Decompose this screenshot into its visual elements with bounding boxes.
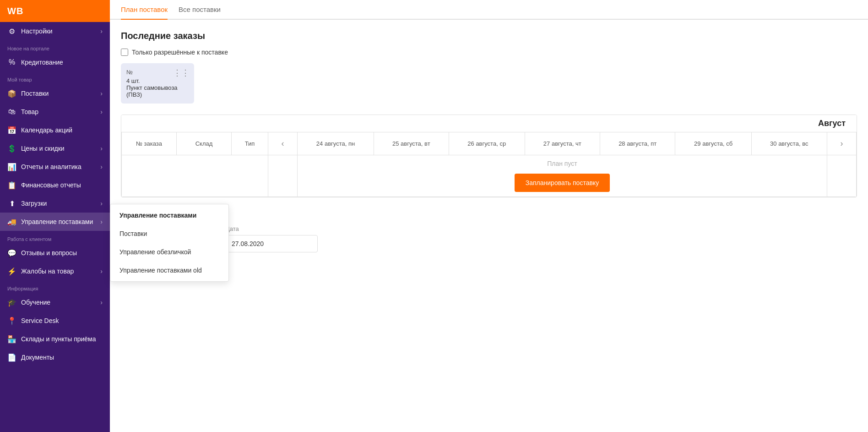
col-date-1: 25 августа, вт bbox=[374, 132, 449, 155]
settings-icon: ⚙ bbox=[7, 27, 16, 36]
sidebar-item-complaints[interactable]: ⚡ Жалобы на товар › bbox=[0, 262, 110, 280]
sidebar-item-goods[interactable]: 🛍 Товар › bbox=[0, 103, 110, 121]
plan-empty-message: План пуст bbox=[547, 160, 577, 167]
complaints-icon: ⚡ bbox=[7, 267, 16, 276]
date-input-label: Дата bbox=[226, 225, 318, 232]
col-date-3: 27 августа, чт bbox=[525, 132, 600, 155]
sidebar-item-label: Склады и пункты приёма bbox=[21, 335, 96, 343]
next-week-button[interactable]: › bbox=[836, 137, 846, 150]
sidebar-item-label: Финансовые отчеты bbox=[21, 181, 81, 189]
sidebar-item-financial[interactable]: 📋 Финансовые отчеты bbox=[0, 176, 110, 194]
order-card-menu-icon[interactable]: ⋮⋮ bbox=[173, 68, 190, 78]
uploads-icon: ⬆ bbox=[7, 199, 16, 208]
section-label-mygoods: Мой товар bbox=[0, 71, 110, 84]
sidebar-item-warehouses[interactable]: 🏪 Склады и пункты приёма bbox=[0, 330, 110, 348]
arrow-icon: › bbox=[100, 27, 103, 35]
sidebar-item-docs[interactable]: 📄 Документы bbox=[0, 348, 110, 366]
sidebar-item-reviews[interactable]: 💬 Отзывы и вопросы bbox=[0, 244, 110, 262]
section-label-new: Новое на портале bbox=[0, 40, 110, 53]
col-date-6: 30 августа, вс bbox=[751, 132, 827, 155]
sidebar-item-supplies[interactable]: 📦 Поставки › bbox=[0, 84, 110, 103]
sidebar-item-label: Отчеты и аналитика bbox=[21, 163, 81, 170]
prices-icon: 💲 bbox=[7, 144, 16, 153]
credit-icon: % bbox=[7, 58, 16, 67]
sidebar-item-label: Управление поставками bbox=[21, 218, 93, 225]
checkbox-row: Только разрешённые к поставке bbox=[121, 49, 857, 56]
col-date-5: 29 августа, сб bbox=[675, 132, 751, 155]
sidebar: WB ⚙ Настройки › Новое на портале % Кред… bbox=[0, 0, 110, 432]
order-card-qty: 4 шт. bbox=[126, 77, 189, 84]
sidebar-item-label: Календарь акций bbox=[21, 126, 72, 134]
sidebar-item-settings[interactable]: ⚙ Настройки › bbox=[0, 22, 110, 40]
supply-mgmt-dropdown: Управление поставками Поставки Управлени… bbox=[110, 204, 229, 282]
col-type: Тип bbox=[232, 132, 268, 155]
date-input[interactable] bbox=[226, 235, 318, 252]
training-icon: 🎓 bbox=[7, 298, 16, 307]
plan-empty-cell: План пуст Запланировать поставку bbox=[298, 155, 827, 197]
sidebar-item-prices[interactable]: 💲 Цены и скидки › bbox=[0, 139, 110, 158]
tabs-bar: План поставок Все поставки bbox=[110, 0, 868, 20]
sidebar-item-label: Загрузки bbox=[21, 200, 47, 207]
nav-next-cell bbox=[827, 155, 856, 197]
supplies-icon: 📦 bbox=[7, 89, 16, 98]
empty-cell bbox=[122, 155, 268, 197]
arrow-icon: › bbox=[100, 163, 103, 170]
financial-icon: 📋 bbox=[7, 180, 16, 190]
sidebar-item-label: Жалобы на товар bbox=[21, 268, 74, 275]
sidebar-item-servicedesk[interactable]: 📍 Service Desk bbox=[0, 312, 110, 330]
schedule-supply-button[interactable]: Запланировать поставку bbox=[515, 174, 610, 192]
sidebar-item-label: Поставки bbox=[21, 90, 49, 97]
calendar-icon: 📅 bbox=[7, 126, 16, 135]
sidebar-item-uploads[interactable]: ⬆ Загрузки › bbox=[0, 194, 110, 213]
nav-prev-cell bbox=[268, 155, 298, 197]
dropdown-item-supply-mgmt[interactable]: Управление поставками bbox=[110, 206, 228, 224]
reviews-icon: 💬 bbox=[7, 248, 16, 257]
reports-icon: 📊 bbox=[7, 162, 16, 171]
date-field-group: Дата bbox=[226, 225, 318, 252]
arrow-icon: › bbox=[100, 145, 103, 152]
dropdown-item-supplies[interactable]: Поставки bbox=[110, 224, 228, 243]
sidebar-item-label: Обучение bbox=[21, 299, 50, 306]
supply-mgmt-icon: 🚚 bbox=[7, 217, 16, 226]
logo-text: WB bbox=[7, 6, 23, 16]
dropdown-item-faceless[interactable]: Управление обезличкой bbox=[110, 243, 228, 261]
arrow-icon: › bbox=[100, 268, 103, 275]
arrow-icon: › bbox=[100, 108, 103, 115]
calendar-section: Август № заказа Склад Тип ‹ 24 августа, … bbox=[121, 115, 857, 197]
checkbox-label: Только разрешённые к поставке bbox=[132, 49, 228, 56]
order-card-type: Пункт самовывоза (ПВЗ) bbox=[126, 84, 189, 98]
sidebar-item-reports[interactable]: 📊 Отчеты и аналитика › bbox=[0, 158, 110, 176]
col-date-4: 28 августа, пт bbox=[600, 132, 675, 155]
col-date-2: 26 августа, ср bbox=[449, 132, 525, 155]
sidebar-item-promos[interactable]: 📅 Календарь акций bbox=[0, 121, 110, 139]
docs-icon: 📄 bbox=[7, 353, 16, 362]
calendar-table: № заказа Склад Тип ‹ 24 августа, пн 25 а… bbox=[121, 132, 857, 197]
arrow-icon: › bbox=[100, 299, 103, 306]
sidebar-item-supply-mgmt[interactable]: 🚚 Управление поставками › bbox=[0, 213, 110, 231]
col-order-num: № заказа bbox=[122, 132, 177, 155]
tab-plan[interactable]: План поставок bbox=[121, 0, 168, 20]
sidebar-item-label: Service Desk bbox=[21, 317, 59, 324]
calendar-month-header: Август bbox=[121, 115, 857, 132]
limit-section-title: Лимит по складам bbox=[121, 208, 857, 218]
dropdown-item-supply-mgmt-old[interactable]: Управление поставками old bbox=[110, 261, 228, 279]
calendar-month: Август bbox=[818, 119, 846, 128]
sidebar-item-label: Цены и скидки bbox=[21, 145, 65, 152]
sidebar-item-label: Документы bbox=[21, 354, 54, 361]
august-label: Август bbox=[121, 260, 857, 268]
empty-plan-row: План пуст Запланировать поставку bbox=[122, 155, 857, 197]
warehouses-icon: 🏪 bbox=[7, 334, 16, 344]
servicedesk-icon: 📍 bbox=[7, 316, 16, 325]
sidebar-item-label: Настройки bbox=[21, 27, 53, 35]
order-card: ⋮⋮ № 4 шт. Пункт самовывоза (ПВЗ) bbox=[121, 63, 194, 104]
sidebar-item-credit[interactable]: % Кредитование bbox=[0, 53, 110, 71]
sidebar-logo: WB bbox=[0, 0, 110, 22]
section-label-client: Работа с клиентом bbox=[0, 231, 110, 244]
tab-all[interactable]: Все поставки bbox=[179, 0, 221, 20]
section-label-info: Информация bbox=[0, 280, 110, 293]
only-allowed-checkbox[interactable] bbox=[121, 49, 128, 56]
nav-next-btn[interactable]: › bbox=[827, 132, 856, 155]
nav-prev-btn[interactable]: ‹ bbox=[268, 132, 298, 155]
prev-week-button[interactable]: ‹ bbox=[278, 137, 288, 150]
sidebar-item-training[interactable]: 🎓 Обучение › bbox=[0, 293, 110, 312]
